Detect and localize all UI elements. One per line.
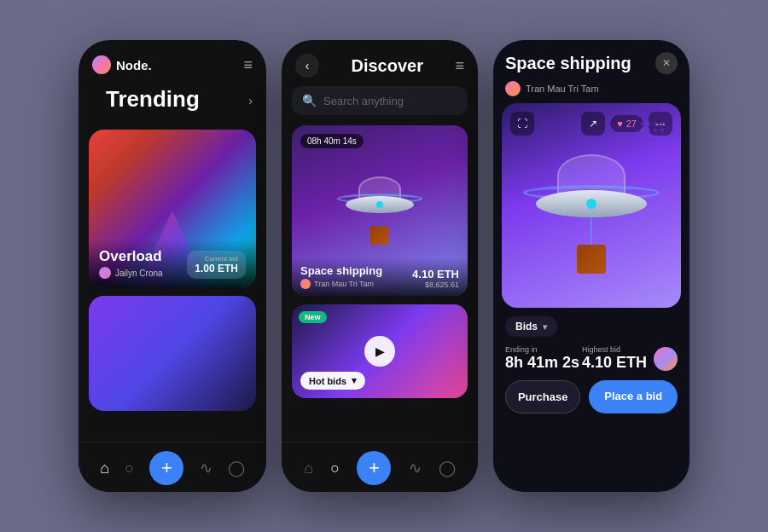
nft-author: Tran Mau Tri Tam: [314, 280, 374, 288]
bid-box: Current bid 1.00 ETH: [187, 251, 246, 279]
dots-decoration: [638, 120, 664, 146]
big-beam: [591, 214, 592, 248]
price-eth: 4.10 ETH: [412, 268, 459, 280]
expand-icon: ⛶: [517, 118, 527, 130]
nav-profile-icon[interactable]: ◯: [228, 459, 245, 477]
trending-card-small[interactable]: [89, 296, 256, 411]
nft-name: Space shipping: [300, 264, 382, 277]
new-badge: New: [299, 311, 327, 323]
nft-author-avatar: [300, 279, 311, 289]
expand-button[interactable]: ⛶: [510, 112, 534, 136]
discover-title: Discover: [351, 56, 423, 76]
right-author-avatar: [505, 81, 521, 96]
mid-header: ‹ Discover ≡: [282, 40, 478, 86]
heart-icon: ♥: [617, 119, 623, 129]
left-phone: Node. ≡ Trending › Overload Jailyn Crona…: [79, 40, 266, 492]
hot-bids-chevron-icon: ▾: [352, 375, 357, 386]
middle-phone: ‹ Discover ≡ 🔍 Search anything 08h 40m 1…: [282, 40, 478, 492]
nav-home-icon[interactable]: ⌂: [100, 460, 109, 477]
purchase-button[interactable]: Purchase: [505, 380, 580, 413]
action-row: Purchase Place a bid: [493, 380, 689, 424]
trending-title: Trending: [92, 79, 213, 121]
mid-bottom-nav: ⌂ ○ + ∿ ◯: [282, 442, 478, 492]
package-box: [370, 226, 389, 245]
ending-value: 8h 41m 2s: [505, 354, 579, 372]
bids-row: Bids ▾: [493, 308, 689, 342]
right-author: Tran Mau Tri Tam: [526, 84, 599, 94]
ending-row: Ending in 8h 41m 2s Highest bid 4.10 ETH: [493, 342, 689, 380]
big-ufo-illustration: [523, 137, 660, 274]
author-avatar: [99, 267, 111, 279]
ufo-illustration: [337, 164, 422, 249]
card-title: Overload: [99, 248, 163, 265]
nav-activity-icon[interactable]: ∿: [200, 459, 212, 477]
share-icon: ↗: [589, 118, 597, 130]
highest-bidder-avatar: [654, 347, 678, 371]
ending-label: Ending in: [505, 345, 579, 354]
nav-plus-button[interactable]: +: [149, 451, 183, 485]
nav-search-icon[interactable]: ○: [330, 460, 340, 477]
bids-label: Bids: [515, 321, 538, 332]
highest-value: 4.10 ETH: [582, 354, 647, 372]
nft-main-image: ⛶ ↗ ♥ 27 ···: [502, 103, 681, 308]
hot-bids-text: Hot bids: [309, 376, 346, 386]
logo-area: Node.: [92, 55, 152, 74]
place-bid-button[interactable]: Place a bid: [589, 380, 678, 413]
search-icon: 🔍: [302, 94, 317, 107]
back-icon: ‹: [305, 59, 310, 72]
share-button[interactable]: ↗: [581, 112, 605, 136]
highest-label: Highest bid: [582, 345, 647, 354]
close-icon: ✕: [662, 57, 671, 69]
nav-home-icon[interactable]: ⌂: [304, 460, 313, 477]
nav-plus-button[interactable]: +: [357, 451, 391, 485]
nft-card-info: Space shipping Tran Mau Tri Tam 4.10 ETH…: [292, 257, 468, 296]
card-author: Jailyn Crona: [115, 269, 163, 278]
right-author-row: Tran Mau Tri Tam: [493, 81, 689, 103]
hot-bids-label[interactable]: Hot bids ▾: [300, 372, 365, 390]
nav-activity-icon[interactable]: ∿: [409, 459, 422, 477]
nft-card-mid[interactable]: 08h 40m 14s Space shipping Tran Mau Tri …: [292, 125, 468, 296]
like-count: 27: [626, 119, 637, 129]
nav-search-icon[interactable]: ○: [125, 460, 134, 477]
right-title: Space shipping: [505, 54, 631, 73]
hamburger-icon[interactable]: ≡: [243, 56, 253, 74]
left-bottom-nav: ⌂ ○ + ∿ ◯: [79, 442, 266, 492]
bids-chevron-icon: ▾: [543, 322, 547, 332]
bids-selector[interactable]: Bids ▾: [505, 316, 557, 337]
nav-profile-icon[interactable]: ◯: [439, 459, 456, 477]
bid-value: 1.00 ETH: [195, 263, 238, 275]
left-header: Node. ≡: [79, 40, 266, 79]
right-header: Space shipping ✕: [493, 40, 689, 81]
nav-plus-icon: +: [369, 457, 380, 479]
price-usd: $8,625.61: [412, 280, 459, 289]
card-small-bg: [89, 296, 256, 411]
right-phone: Space shipping ✕ Tran Mau Tri Tam ⛶ ↗ ♥ …: [493, 40, 689, 492]
ufo-light: [376, 201, 383, 208]
back-button[interactable]: ‹: [295, 54, 319, 78]
hot-bids-card[interactable]: ▶ New Hot bids ▾: [292, 304, 468, 398]
mid-menu-icon[interactable]: ≡: [455, 57, 464, 75]
big-light: [586, 199, 596, 209]
play-button[interactable]: ▶: [364, 336, 395, 367]
card-overlay: Overload Jailyn Crona Current bid 1.00 E…: [89, 240, 256, 287]
search-bar[interactable]: 🔍 Search anything: [292, 86, 468, 115]
search-input[interactable]: Search anything: [323, 95, 457, 107]
big-package: [577, 245, 606, 274]
logo-sphere-icon: [92, 55, 111, 74]
logo-text: Node.: [116, 58, 152, 72]
trending-card-main[interactable]: Overload Jailyn Crona Current bid 1.00 E…: [89, 130, 256, 287]
bid-label: Current bid: [195, 255, 238, 263]
nav-plus-icon: +: [161, 457, 172, 479]
timer-badge: 08h 40m 14s: [300, 134, 364, 148]
close-button[interactable]: ✕: [655, 52, 678, 74]
trending-arrow-icon[interactable]: ›: [248, 94, 253, 107]
